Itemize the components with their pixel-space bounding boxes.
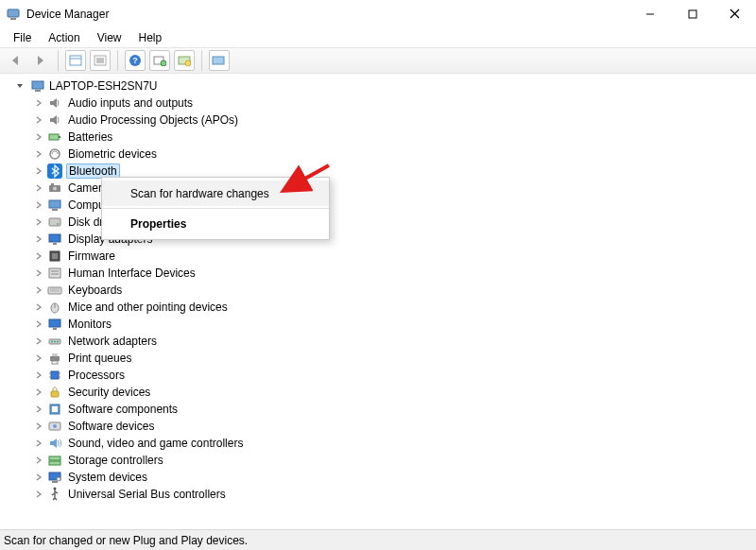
- chevron-right-icon: [34, 167, 43, 175]
- tree-node-audio[interactable]: Audio inputs and outputs: [6, 95, 756, 112]
- mouse-icon: [47, 300, 62, 315]
- device-manager-icon: [6, 7, 21, 22]
- chevron-right-icon: [34, 133, 43, 141]
- menu-action[interactable]: Action: [41, 29, 87, 46]
- ctx-separator: [102, 208, 329, 209]
- tree-root-row[interactable]: LAPTOP-ESH2SN7U: [6, 77, 756, 95]
- tree-node-sound[interactable]: Sound, video and game controllers: [6, 435, 756, 452]
- toolbar-separator: [117, 50, 118, 71]
- svg-rect-22: [59, 136, 60, 138]
- chevron-right-icon: [34, 439, 43, 447]
- ctx-properties[interactable]: Properties: [102, 211, 329, 236]
- svg-point-26: [53, 187, 57, 191]
- tree-node-hid[interactable]: Human Interface Devices: [6, 265, 756, 282]
- chevron-right-icon: [34, 337, 43, 345]
- svg-rect-18: [213, 57, 224, 64]
- hid-icon: [47, 266, 62, 281]
- tree-node-biometric[interactable]: Biometric devices: [6, 146, 756, 163]
- tree-node-security[interactable]: Security devices: [6, 384, 756, 401]
- svg-point-15: [161, 60, 166, 66]
- menu-view[interactable]: View: [90, 29, 129, 46]
- show-hide-console-button[interactable]: [65, 50, 86, 71]
- close-button[interactable]: [713, 0, 756, 28]
- tree-node-component[interactable]: Software components: [6, 401, 756, 418]
- chevron-right-icon: [34, 99, 43, 107]
- tree-node-audio[interactable]: Audio Processing Objects (APOs): [6, 112, 756, 129]
- node-label: Universal Serial Bus controllers: [66, 488, 228, 501]
- node-label: Audio inputs and outputs: [66, 96, 195, 110]
- back-button[interactable]: [6, 50, 26, 71]
- tree-node-system[interactable]: System devices: [6, 469, 756, 486]
- tree-node-softdev[interactable]: Software devices: [6, 418, 756, 435]
- chevron-right-icon: [34, 422, 43, 430]
- help-toolbar-button[interactable]: ?: [125, 50, 146, 71]
- ctx-scan-label: Scan for hardware changes: [130, 187, 269, 200]
- svg-rect-52: [52, 361, 58, 364]
- camera-icon: [47, 180, 62, 196]
- keyboard-icon: [47, 283, 62, 298]
- chevron-right-icon: [34, 269, 43, 277]
- tree-node-monitor[interactable]: Monitors: [6, 316, 756, 333]
- node-label: Software components: [66, 403, 180, 416]
- firmware-icon: [47, 249, 62, 264]
- tree-node-mouse[interactable]: Mice and other pointing devices: [6, 299, 756, 316]
- add-hardware-toolbar-button[interactable]: [174, 50, 195, 71]
- window-controls: [628, 0, 756, 28]
- minimize-button[interactable]: [628, 0, 671, 28]
- node-label: Processors: [66, 369, 127, 382]
- usb-icon: [47, 487, 62, 502]
- tree-node-printer[interactable]: Print queues: [6, 350, 756, 367]
- tree-node-firmware[interactable]: Firmware: [6, 248, 756, 265]
- sound-icon: [47, 436, 62, 451]
- node-label: Firmware: [66, 249, 117, 263]
- svg-rect-19: [32, 81, 43, 89]
- tree-node-processor[interactable]: Processors: [6, 367, 756, 384]
- svg-rect-0: [8, 9, 19, 17]
- toolbar: ?: [0, 47, 756, 74]
- svg-rect-53: [51, 371, 59, 379]
- ctx-properties-label: Properties: [130, 217, 186, 231]
- tree-node-network[interactable]: Network adapters: [6, 333, 756, 350]
- status-text: Scan for changed or new Plug and Play de…: [4, 534, 248, 547]
- menu-help[interactable]: Help: [131, 29, 170, 46]
- node-label: Audio Processing Objects (APOs): [66, 113, 240, 127]
- svg-rect-33: [53, 243, 57, 245]
- monitor-icon: [47, 317, 62, 332]
- chevron-right-icon: [34, 303, 43, 311]
- svg-rect-60: [52, 406, 58, 412]
- toolbar-separator: [58, 50, 59, 71]
- scan-hardware-toolbar-button[interactable]: [149, 50, 170, 71]
- titlebar: Device Manager: [0, 0, 756, 28]
- storage-icon: [47, 453, 62, 468]
- chevron-right-icon: [34, 252, 43, 260]
- maximize-button[interactable]: [671, 0, 713, 28]
- node-label: Mice and other pointing devices: [66, 301, 230, 314]
- forward-button[interactable]: [30, 50, 51, 71]
- svg-rect-30: [49, 218, 60, 226]
- device-tree[interactable]: LAPTOP-ESH2SN7U Audio inputs and outputs…: [0, 74, 756, 529]
- tree-node-usb[interactable]: Universal Serial Bus controllers: [6, 486, 756, 503]
- devices-by-type-button[interactable]: [209, 50, 230, 71]
- ctx-scan-hardware[interactable]: Scan for hardware changes: [102, 180, 329, 206]
- svg-rect-45: [53, 328, 57, 330]
- tree-node-keyboard[interactable]: Keyboards: [6, 282, 756, 299]
- svg-rect-21: [49, 134, 59, 140]
- display-icon: [47, 232, 62, 247]
- menu-file[interactable]: File: [6, 29, 39, 46]
- svg-rect-64: [49, 461, 60, 465]
- context-menu: Scan for hardware changes Properties: [101, 177, 330, 240]
- chevron-right-icon: [34, 235, 43, 243]
- node-label: Storage controllers: [66, 454, 165, 467]
- tree-node-battery[interactable]: Batteries: [6, 129, 756, 146]
- svg-rect-28: [49, 200, 60, 208]
- svg-point-62: [53, 424, 57, 428]
- properties-toolbar-button[interactable]: [90, 50, 111, 71]
- tree-node-storage[interactable]: Storage controllers: [6, 452, 756, 469]
- chevron-right-icon: [34, 490, 43, 498]
- softdev-icon: [47, 419, 62, 434]
- disk-icon: [47, 215, 62, 230]
- chevron-right-icon: [34, 473, 43, 481]
- node-label: Batteries: [66, 130, 114, 144]
- biometric-icon: [47, 146, 62, 162]
- svg-point-47: [51, 341, 53, 343]
